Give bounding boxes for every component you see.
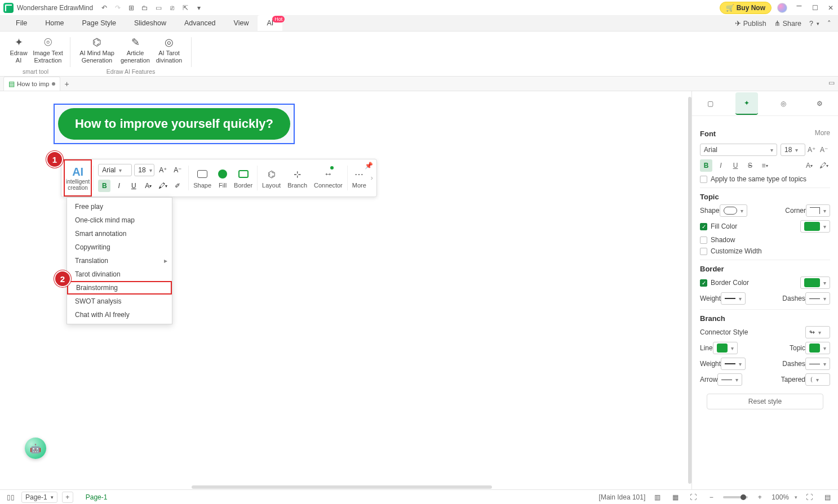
dd-brainstorming[interactable]: Brainstorming — [67, 281, 172, 295]
increase-font-button[interactable]: A⁺ — [805, 144, 818, 156]
branch-dashes-select[interactable]: ▾ — [805, 358, 830, 370]
highlight-color-button[interactable]: 🖍▾ — [818, 159, 830, 172]
print-icon[interactable]: ⎚ — [167, 3, 176, 12]
selected-node[interactable]: How to improve yourself quickly? — [54, 104, 295, 144]
user-avatar[interactable] — [777, 3, 787, 13]
fill-button[interactable]: Fill — [215, 159, 230, 197]
edraw-ai-button[interactable]: ✦ Edraw AI — [7, 34, 30, 64]
border-dashes-select[interactable]: ▾ — [805, 292, 830, 305]
page-select[interactable]: Page-1▾ — [21, 492, 57, 503]
view-mode-2[interactable]: ▦ — [669, 491, 681, 503]
ai-tarot-divination-button[interactable]: ◎ AI Tarot divination — [153, 34, 185, 64]
sp-tab-style[interactable]: ✦ — [735, 92, 758, 115]
add-page-button[interactable]: + — [62, 492, 73, 503]
decrease-font-button[interactable]: A⁻ — [171, 164, 184, 176]
dd-one-click-mind-map[interactable]: One-click mind map — [67, 213, 172, 227]
bold-button[interactable]: B — [98, 180, 110, 192]
fill-color-checkbox[interactable]: ✓ — [700, 223, 707, 230]
underline-button[interactable]: U — [729, 159, 742, 172]
bold-button[interactable]: B — [700, 159, 712, 172]
border-button[interactable]: Border — [230, 159, 256, 197]
customize-width-checkbox[interactable] — [700, 248, 707, 255]
view-mode-1[interactable]: ▥ — [651, 491, 663, 503]
share-button[interactable]: ⋔Share — [774, 19, 801, 28]
fullscreen-button[interactable]: ⛶ — [803, 491, 815, 503]
italic-button[interactable]: I — [715, 159, 727, 172]
shadow-checkbox[interactable] — [700, 237, 707, 244]
buy-now-button[interactable]: 🛒 Buy Now — [720, 2, 772, 14]
border-color-checkbox[interactable]: ✓ — [700, 279, 707, 287]
dd-swot-analysis[interactable]: SWOT analysis — [67, 295, 172, 308]
branch-button[interactable]: ⊹ Branch — [284, 159, 311, 197]
font-size-select[interactable]: 18▾ — [134, 164, 154, 176]
dd-translation[interactable]: Translation ▸ — [67, 254, 172, 267]
shape-button[interactable]: Shape — [190, 159, 215, 197]
undo-icon[interactable]: ↶ — [100, 3, 109, 12]
sp-tab-icons[interactable]: ◎ — [772, 92, 795, 115]
decrease-font-button[interactable]: A⁻ — [818, 144, 830, 156]
ai-assistant-bubble[interactable]: 🤖 — [25, 438, 46, 459]
dd-smart-annotation[interactable]: Smart annotation — [67, 227, 172, 240]
doc-tabs-expand[interactable]: ▭ — [828, 79, 835, 87]
close-button[interactable]: ✕ — [827, 4, 835, 12]
article-generation-button[interactable]: ✎ Article generation — [119, 34, 152, 64]
italic-button[interactable]: I — [113, 180, 125, 192]
collapse-panel-button[interactable]: ▤ — [821, 491, 833, 503]
layout-button[interactable]: ⌬ Layout — [259, 159, 284, 197]
document-tab[interactable]: ▤ How to imp — [3, 77, 60, 91]
apply-same-checkbox[interactable] — [700, 176, 707, 183]
menu-slideshow[interactable]: Slideshow — [125, 15, 175, 31]
menu-view[interactable]: View — [225, 15, 258, 31]
save-icon[interactable]: ▭ — [154, 3, 163, 12]
align-button[interactable]: ≡▾ — [759, 159, 771, 172]
ai-mindmap-generation-button[interactable]: ⌬ AI Mind Map Generation — [76, 34, 118, 64]
maximize-button[interactable]: ☐ — [811, 4, 819, 12]
outline-toggle[interactable]: ▯▯ — [5, 491, 17, 503]
redo-icon[interactable]: ↷ — [113, 3, 122, 12]
branch-weight-select[interactable]: ▾ — [721, 358, 746, 370]
page-link[interactable]: Page-1 — [86, 493, 108, 501]
menu-file[interactable]: File — [7, 15, 36, 31]
qat-more-icon[interactable]: ▾ — [194, 3, 203, 12]
underline-button[interactable]: U — [127, 180, 140, 192]
dd-chat-with-ai[interactable]: Chat with AI freely — [67, 308, 172, 322]
sp-tab-settings[interactable]: ⚙ — [809, 92, 831, 115]
zoom-out-button[interactable]: − — [705, 491, 717, 503]
font-family-select[interactable]: Arial▾ — [700, 144, 777, 156]
expand-toolbar-button[interactable]: › — [370, 159, 374, 197]
image-text-extraction-button[interactable]: ⦾ Image Text Extraction — [32, 34, 64, 64]
menu-home[interactable]: Home — [36, 15, 73, 31]
more-button[interactable]: ⋯ More — [349, 159, 370, 197]
increase-font-button[interactable]: A⁺ — [157, 164, 169, 176]
font-color-button[interactable]: A▾ — [142, 180, 154, 192]
menu-page-style[interactable]: Page Style — [73, 15, 125, 31]
connector-button[interactable]: ↔ Connector — [311, 159, 346, 197]
dd-free-play[interactable]: Free play — [67, 200, 172, 213]
fill-color-select[interactable]: ▾ — [800, 220, 830, 233]
font-family-select[interactable]: Arial▾ — [98, 164, 132, 176]
collapse-ribbon-button[interactable]: ˄ — [827, 19, 831, 28]
menu-ai[interactable]: AI Hot — [258, 15, 282, 31]
minimize-button[interactable]: – — [795, 4, 803, 12]
font-more-link[interactable]: More — [815, 129, 830, 137]
canvas[interactable]: How to improve yourself quickly? 1 📌 AI … — [0, 91, 691, 489]
dd-copywriting[interactable]: Copywriting — [67, 240, 172, 254]
tapered-select[interactable]: ⟮▾ — [805, 373, 830, 386]
help-button[interactable]: ?▾ — [809, 20, 819, 28]
canvas-scrollbar-horizontal[interactable] — [0, 485, 684, 489]
border-color-select[interactable]: ▾ — [800, 276, 830, 289]
reset-style-button[interactable]: Reset style — [707, 394, 824, 409]
new-icon[interactable]: ⊞ — [127, 3, 136, 12]
clear-format-button[interactable]: ✐ — [171, 180, 184, 192]
sp-tab-outline[interactable]: ▢ — [699, 92, 721, 115]
shape-select[interactable]: ▾ — [720, 204, 747, 217]
corner-select[interactable]: ▾ — [806, 204, 830, 217]
open-icon[interactable]: 🗀 — [140, 3, 149, 12]
arrow-select[interactable]: ▾ — [717, 373, 742, 386]
font-size-select[interactable]: 18▾ — [781, 144, 805, 156]
highlight-button[interactable]: 🖍▾ — [157, 180, 169, 192]
line-color-select[interactable]: ▾ — [713, 342, 738, 354]
add-document-tab[interactable]: + — [65, 80, 69, 88]
connector-style-select[interactable]: ↬▾ — [805, 326, 830, 338]
canvas-scrollbar-vertical[interactable] — [688, 97, 691, 484]
